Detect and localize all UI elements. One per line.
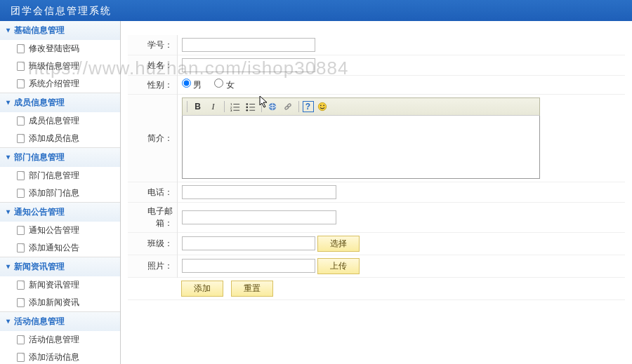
nav-item-label: 新闻资讯管理 [29,279,79,291]
toolbar-separator [298,101,299,112]
app-header: 团学会信息管理系统 [0,0,632,21]
nav-item[interactable]: 添加新闻资讯 [0,294,120,311]
nav-item-label: 添加成员信息 [29,133,79,144]
nav-item-label: 成员信息管理 [29,115,79,127]
label-banji: 班级： [128,233,177,255]
nav-item[interactable]: 系统介绍管理 [0,75,120,93]
nav-item-label: 添加新闻资讯 [29,297,79,309]
document-icon [17,298,25,307]
nav-group-header[interactable]: 基础信息管理 [0,21,120,40]
input-dianhua[interactable] [182,185,336,199]
document-icon [17,79,25,88]
document-icon [17,44,25,53]
nav-group-header[interactable]: 通知公告管理 [0,203,120,222]
svg-point-6 [246,103,248,105]
nav-item-label: 系统介绍管理 [29,78,79,90]
document-icon [17,62,25,71]
nav-item[interactable]: 新闻资讯管理 [0,276,120,294]
nav-item-label: 添加部门信息 [29,187,79,199]
nav-item[interactable]: 班级信息管理 [0,58,120,75]
nav-item-label: 班级信息管理 [29,60,79,72]
emoji-button[interactable] [315,100,329,114]
nav-item[interactable]: 添加部门信息 [0,184,120,202]
nav-group: 基础信息管理修改登陆密码班级信息管理系统介绍管理 [0,21,120,93]
document-icon [17,116,25,126]
document-icon [17,353,25,362]
italic-button[interactable]: I [206,100,220,114]
toolbar-separator [261,101,262,112]
label-xuehao: 学号： [128,35,177,55]
radio-male-text: 男 [193,80,202,90]
bold-button[interactable]: B [191,100,205,114]
svg-point-10 [246,109,248,112]
label-dianhua: 电话： [128,182,177,203]
nav-group-header[interactable]: 部门信息管理 [0,148,120,167]
nav-item[interactable]: 活动信息管理 [0,331,120,349]
nav-item[interactable]: 部门信息管理 [0,167,120,184]
nav-group: 通知公告管理通知公告管理添加通知公告 [0,203,120,257]
form-table: 学号： 姓名： 性别： 男 女 [128,35,625,300]
input-banji[interactable] [182,236,315,250]
nav-item-label: 通知公告管理 [29,224,79,236]
label-zhaopian: 照片： [128,255,177,278]
radio-female-label[interactable]: 女 [214,80,234,90]
nav-group-header[interactable]: 活动信息管理 [0,312,120,331]
nav-item-label: 添加通知公告 [29,242,79,254]
upload-button[interactable]: 上传 [317,258,360,274]
label-email: 电子邮箱： [128,203,177,233]
input-email[interactable] [182,210,336,224]
nav-item-label: 修改登陆密码 [29,43,79,55]
nav-group: 新闻资讯管理新闻资讯管理添加新闻资讯 [0,257,120,312]
unordered-list-button[interactable] [244,100,258,114]
nav-item[interactable]: 添加活动信息 [0,349,120,364]
rich-editor: B I 123 [182,97,540,179]
unlink-button[interactable] [281,100,295,114]
radio-female[interactable] [214,79,223,88]
nav-item[interactable]: 成员信息管理 [0,112,120,130]
input-xingming[interactable] [182,58,315,72]
editor-body[interactable] [182,116,540,179]
document-icon [17,281,25,290]
input-zhaopian[interactable] [182,259,315,273]
svg-text:3: 3 [230,109,232,112]
toolbar-separator [187,101,187,112]
document-icon [17,335,25,344]
ordered-list-button[interactable]: 123 [228,100,242,114]
reset-button[interactable]: 重置 [231,281,273,297]
link-button[interactable] [265,100,279,114]
svg-point-8 [246,107,248,109]
radio-male[interactable] [182,79,191,88]
radio-male-label[interactable]: 男 [182,80,204,90]
nav-group: 活动信息管理活动信息管理添加活动信息 [0,312,120,364]
nav-item-label: 添加活动信息 [29,351,79,363]
document-icon [17,189,25,198]
main-content: 学号： 姓名： 性别： 男 女 [121,21,632,364]
nav-group: 部门信息管理部门信息管理添加部门信息 [0,148,120,203]
nav-group-header[interactable]: 新闻资讯管理 [0,257,120,276]
layout: 基础信息管理修改登陆密码班级信息管理系统介绍管理成员信息管理成员信息管理添加成员… [0,21,632,364]
nav-item[interactable]: 修改登陆密码 [0,40,120,58]
label-xingbie: 性别： [128,76,177,95]
document-icon [17,226,25,235]
document-icon [17,171,25,180]
svg-point-17 [320,105,321,106]
nav-item[interactable]: 通知公告管理 [0,222,120,239]
nav-group: 成员信息管理成员信息管理添加成员信息 [0,93,120,148]
label-xingming: 姓名： [128,55,177,76]
nav-item[interactable]: 添加成员信息 [0,130,120,147]
nav-item[interactable]: 添加通知公告 [0,239,120,257]
add-button[interactable]: 添加 [181,281,223,297]
select-button[interactable]: 选择 [317,236,360,252]
svg-point-16 [318,102,326,110]
input-xuehao[interactable] [182,38,315,52]
help-button[interactable]: ? [303,101,314,112]
editor-toolbar: B I 123 [182,97,540,116]
radio-female-text: 女 [226,80,235,90]
svg-point-14 [284,106,289,110]
document-icon [17,243,25,252]
toolbar-separator [224,101,225,112]
svg-point-18 [323,105,324,106]
nav-item-label: 部门信息管理 [29,170,79,182]
nav-group-header[interactable]: 成员信息管理 [0,93,120,112]
app-title: 团学会信息管理系统 [11,5,112,16]
